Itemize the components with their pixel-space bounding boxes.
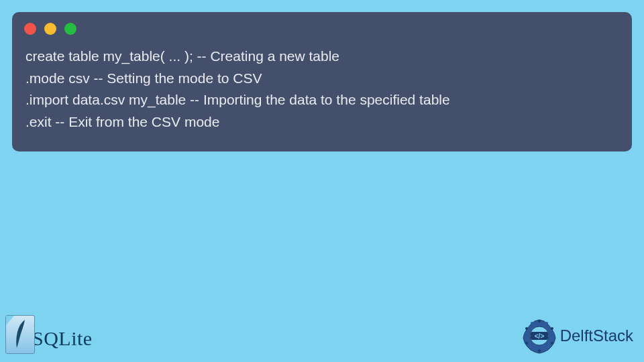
delftstack-text: DelftStack — [560, 326, 633, 345]
code-line: create table my_table( ... ); -- Creatin… — [25, 48, 339, 64]
delftstack-icon: </> — [521, 318, 557, 354]
code-body: create table my_table( ... ); -- Creatin… — [12, 42, 632, 138]
minimize-icon — [44, 23, 56, 35]
code-line: .mode csv -- Setting the mode to CSV — [25, 70, 262, 86]
svg-point-7 — [553, 335, 555, 337]
sqlite-text: SQLite — [32, 327, 93, 354]
svg-point-5 — [545, 322, 548, 324]
svg-point-9 — [545, 347, 548, 350]
close-icon — [24, 23, 36, 35]
svg-point-12 — [525, 342, 528, 345]
code-line: .exit -- Exit from the CSV mode — [25, 114, 219, 129]
footer: SQLite </> — [0, 308, 644, 362]
sqlite-logo: SQLite — [5, 315, 93, 354]
feather-icon — [13, 318, 28, 349]
svg-text:</>: </> — [534, 333, 544, 340]
sqlite-icon — [5, 315, 35, 354]
svg-point-11 — [531, 347, 533, 350]
svg-point-4 — [538, 320, 541, 322]
svg-point-10 — [538, 349, 541, 352]
code-window: create table my_table( ... ); -- Creatin… — [12, 12, 632, 152]
window-titlebar — [12, 12, 632, 42]
svg-point-8 — [551, 342, 553, 345]
svg-point-14 — [525, 327, 528, 330]
svg-point-15 — [531, 322, 533, 324]
svg-point-13 — [523, 335, 526, 337]
delftstack-logo: </> DelftStack — [521, 318, 633, 354]
svg-point-6 — [551, 327, 553, 330]
code-line: .import data.csv my_table -- Importing t… — [25, 92, 450, 107]
maximize-icon — [64, 23, 76, 35]
